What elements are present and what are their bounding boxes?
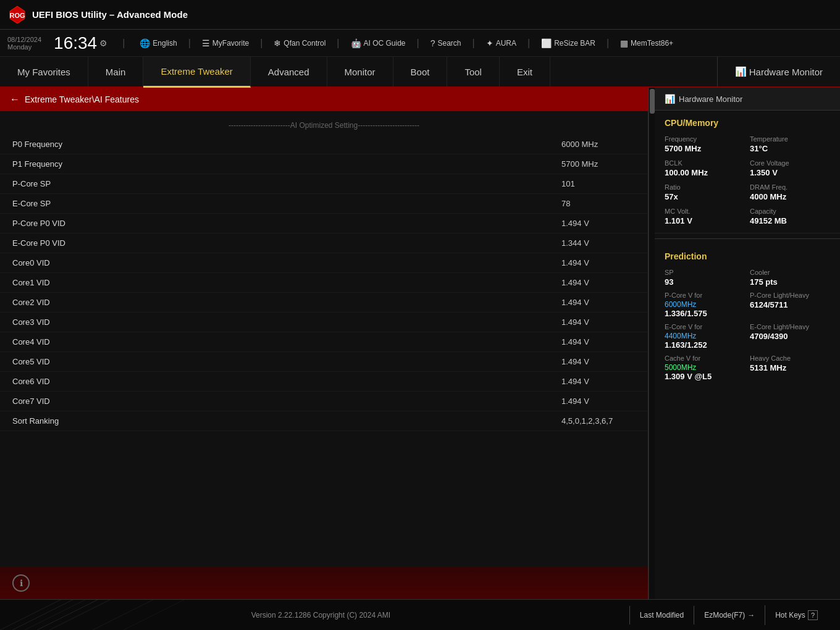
- aura-tool[interactable]: ✦ AURA: [486, 38, 516, 48]
- ezmode-button[interactable]: EzMode(F7) →: [694, 606, 765, 624]
- tab-monitor[interactable]: Monitor: [327, 57, 393, 86]
- tab-hardware-monitor[interactable]: 📊 Hardware Monitor: [717, 57, 840, 86]
- setting-row-pcore-sp[interactable]: P-Core SP 101: [0, 174, 648, 194]
- myfavorite-label: MyFavorite: [212, 39, 249, 48]
- scrollbar[interactable]: [649, 88, 655, 599]
- content-list: -------------------------AI Optimized Se…: [0, 111, 648, 567]
- resizebar-label: ReSize BAR: [554, 39, 595, 48]
- setting-row-p0-freq[interactable]: P0 Frequency 6000 MHz: [0, 135, 648, 154]
- aura-label: AURA: [496, 39, 516, 48]
- setting-row-core7-vid[interactable]: Core7 VID 1.494 V: [0, 392, 648, 411]
- mc-volt-item: MC Volt. 1.101 V: [665, 208, 745, 225]
- capacity-item: Capacity 49152 MB: [750, 208, 830, 225]
- memtest-icon: ▦: [620, 38, 628, 48]
- tab-boot[interactable]: Boot: [393, 57, 448, 86]
- ecore-sp-value: 78: [561, 199, 636, 208]
- sort-ranking-label: Sort Ranking: [12, 416, 561, 426]
- p1-frequency-label: P1 Frequency: [12, 159, 561, 169]
- breadcrumb-path: Extreme Tweaker\AI Features: [25, 94, 139, 104]
- aioc-tool[interactable]: 🤖 AI OC Guide: [351, 38, 406, 48]
- aioc-label: AI OC Guide: [364, 39, 406, 48]
- breadcrumb-bar: ← Extreme Tweaker\AI Features: [0, 88, 648, 111]
- pred-cache-row: Cache V for 5000MHz 1.309 V @L5 Heavy Ca…: [665, 355, 830, 381]
- dram-freq-value: 4000 MHz: [750, 192, 830, 201]
- core6-vid-label: Core6 VID: [12, 377, 561, 386]
- capacity-value: 49152 MB: [750, 216, 830, 225]
- info-button[interactable]: ℹ: [12, 574, 30, 592]
- hotkeys-button[interactable]: Hot Keys ?: [765, 605, 828, 625]
- p0-frequency-label: P0 Frequency: [12, 140, 561, 149]
- setting-row-core6-vid[interactable]: Core6 VID 1.494 V: [0, 372, 648, 392]
- tab-main[interactable]: Main: [88, 57, 144, 86]
- tab-advanced[interactable]: Advanced: [251, 57, 327, 86]
- svg-text:ROG: ROG: [9, 12, 25, 19]
- settings-gear-icon[interactable]: ⚙: [99, 38, 107, 48]
- qfan-icon: ❄: [274, 38, 281, 48]
- pred-cache-v-block: Cache V for 5000MHz 1.309 V @L5: [665, 355, 745, 381]
- setting-row-core2-vid[interactable]: Core2 VID 1.494 V: [0, 293, 648, 313]
- pred-ecore-v-block: E-Core V for 4400MHz 1.163/1.252: [665, 323, 745, 350]
- core0-vid-value: 1.494 V: [561, 258, 636, 267]
- capacity-label: Capacity: [750, 208, 830, 215]
- footer-bar: Version 2.22.1286 Copyright (C) 2024 AMI…: [0, 599, 840, 630]
- header-tools: 🌐 English | ☰ MyFavorite | ❄ Qfan Contro…: [140, 38, 833, 49]
- time-display: 16:34: [54, 35, 97, 52]
- breadcrumb-back-icon[interactable]: ←: [10, 94, 20, 105]
- ratio-item: Ratio 57x: [665, 183, 745, 201]
- setting-row-core5-vid[interactable]: Core5 VID 1.494 V: [0, 352, 648, 372]
- search-icon: ?: [430, 38, 435, 48]
- core1-vid-label: Core1 VID: [12, 278, 561, 287]
- setting-row-core4-vid[interactable]: Core4 VID 1.494 V: [0, 332, 648, 352]
- frequency-item: Frequency 5700 MHz: [665, 135, 745, 153]
- pred-pcore-row: P-Core V for 6000MHz 1.336/1.575 P-Core …: [665, 292, 830, 318]
- pred-sp-cooler-row: SP 93 Cooler 175 pts: [665, 269, 830, 287]
- resizebar-tool[interactable]: ⬜ ReSize BAR: [541, 38, 595, 48]
- pred-pcore-v-value: 1.336/1.575: [665, 309, 745, 318]
- core6-vid-value: 1.494 V: [561, 377, 636, 386]
- core7-vid-label: Core7 VID: [12, 397, 561, 406]
- pred-ecore-lh-value: 4709/4390: [750, 332, 830, 341]
- setting-row-core1-vid[interactable]: Core1 VID 1.494 V: [0, 273, 648, 293]
- memtest-tool[interactable]: ▦ MemTest86+: [620, 38, 673, 48]
- core3-vid-value: 1.494 V: [561, 317, 636, 327]
- myfavorite-tool[interactable]: ☰ MyFavorite: [202, 38, 249, 48]
- datetime-toolbar: 08/12/2024 Monday 16:34 ⚙ | 🌐 English | …: [0, 30, 840, 57]
- pred-pcore-lh-value: 6124/5711: [750, 300, 830, 309]
- pred-ecore-row: E-Core V for 4400MHz 1.163/1.252 E-Core …: [665, 323, 830, 350]
- setting-row-ecore-p0-vid[interactable]: E-Core P0 VID 1.344 V: [0, 233, 648, 253]
- dram-freq-label: DRAM Freq.: [750, 183, 830, 191]
- search-tool[interactable]: ? Search: [430, 38, 461, 48]
- setting-row-ecore-sp[interactable]: E-Core SP 78: [0, 194, 648, 214]
- language-tool[interactable]: 🌐 English: [140, 38, 177, 48]
- setting-row-p1-freq[interactable]: P1 Frequency 5700 MHz: [0, 154, 648, 174]
- tab-extreme-tweaker[interactable]: Extreme Tweaker: [143, 57, 250, 88]
- pred-cache-freq: 5000MHz: [665, 363, 745, 372]
- setting-row-pcore-p0-vid[interactable]: P-Core P0 VID 1.494 V: [0, 214, 648, 233]
- qfan-label: Qfan Control: [284, 39, 326, 48]
- temperature-value: 31°C: [750, 144, 830, 153]
- frequency-value: 5700 MHz: [665, 144, 745, 153]
- main-area: ← Extreme Tweaker\AI Features ----------…: [0, 88, 840, 599]
- tab-tool[interactable]: Tool: [447, 57, 500, 86]
- dram-freq-item: DRAM Freq. 4000 MHz: [750, 183, 830, 201]
- pred-ecore-lh-label: E-Core Light/Heavy: [750, 323, 830, 330]
- pred-pcore-lh-block: P-Core Light/Heavy 6124/5711: [750, 292, 830, 318]
- qfan-tool[interactable]: ❄ Qfan Control: [274, 38, 326, 48]
- time-block: 16:34 ⚙: [54, 35, 107, 52]
- core4-vid-value: 1.494 V: [561, 337, 636, 346]
- pred-ecore-lh-block: E-Core Light/Heavy 4709/4390: [750, 323, 830, 350]
- core4-vid-label: Core4 VID: [12, 337, 561, 346]
- pred-pcore-v-for-label: P-Core V for: [665, 292, 745, 299]
- last-modified-button[interactable]: Last Modified: [629, 606, 694, 624]
- setting-row-core0-vid[interactable]: Core0 VID 1.494 V: [0, 253, 648, 273]
- pred-sp-value: 93: [665, 277, 745, 287]
- pred-sp-block: SP 93: [665, 269, 745, 287]
- setting-row-core3-vid[interactable]: Core3 VID 1.494 V: [0, 313, 648, 332]
- setting-row-sort-ranking[interactable]: Sort Ranking 4,5,0,1,2,3,6,7: [0, 411, 648, 431]
- tab-my-favorites[interactable]: My Favorites: [0, 57, 88, 86]
- header-bar: ROG UEFI BIOS Utility – Advanced Mode: [0, 0, 840, 30]
- mc-volt-value: 1.101 V: [665, 216, 745, 225]
- core-voltage-label: Core Voltage: [750, 159, 830, 167]
- cpu-memory-title: CPU/Memory: [665, 118, 830, 128]
- tab-exit[interactable]: Exit: [500, 57, 550, 86]
